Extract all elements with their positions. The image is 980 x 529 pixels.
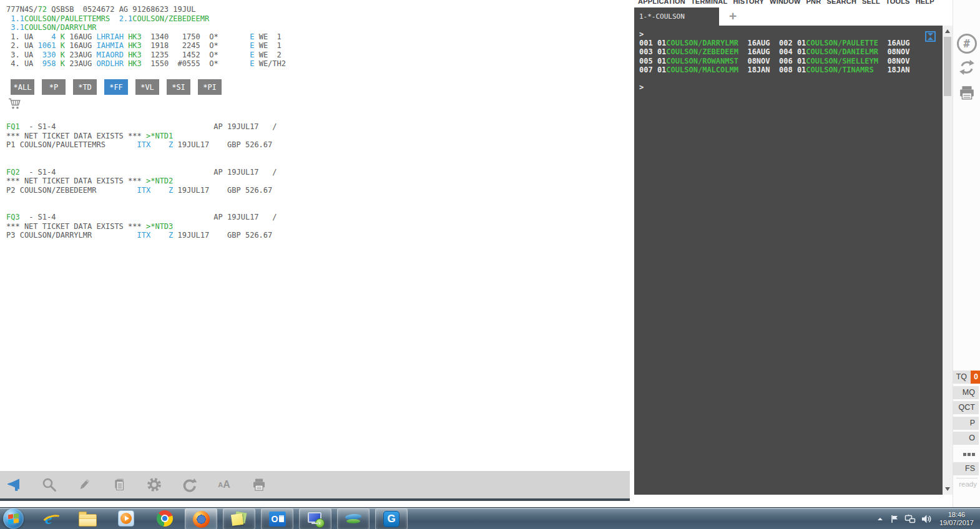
format-button-row: *ALL *P *TD *FF *VL *SI *PI xyxy=(11,79,222,95)
smartpoint-icon xyxy=(345,514,362,525)
menu-item-history[interactable]: HISTORY xyxy=(733,0,764,5)
taskbar-outlook-window[interactable]: O xyxy=(261,508,293,529)
remote-desktop-icon: x xyxy=(306,511,325,528)
taskbar-internet-explorer-icon[interactable]: e xyxy=(36,508,61,528)
menu-item-help[interactable]: HELP xyxy=(916,0,934,5)
format-button-all[interactable]: *ALL xyxy=(11,79,34,95)
volume-icon[interactable] xyxy=(921,514,932,524)
font-size-icon[interactable]: AA xyxy=(216,477,232,493)
queue-button-qct[interactable]: QCT xyxy=(953,401,979,414)
terminal-screen[interactable]: >001 01COULSON/DARRYLMR 16AUG 002 01COUL… xyxy=(634,26,943,495)
scrollbar-up-arrow[interactable] xyxy=(945,29,950,33)
windows-logo-icon xyxy=(3,508,24,529)
hidden-icons-chevron-icon[interactable] xyxy=(876,515,884,523)
scrollbar-thumb[interactable] xyxy=(944,37,951,96)
terminal-tab-coulson[interactable]: 1-*-COULSON xyxy=(634,7,719,26)
firefox-icon xyxy=(193,511,210,528)
taskbar-smartpoint-window[interactable] xyxy=(337,508,370,529)
menu-item-tools[interactable]: TOOLS xyxy=(886,0,910,5)
menu-item-terminal[interactable]: TERMINAL xyxy=(691,0,727,5)
pnr-display: 777N4S/72 QSBSB 0524672 AG 91268623 19JU… xyxy=(6,5,286,69)
search-icon[interactable] xyxy=(41,477,57,493)
terminal-tab-bar: 1-*-COULSON + xyxy=(634,7,943,26)
fare-quote-display: FQ1 - S1-4 AP 19JUL17 /*** NET TICKET DA… xyxy=(6,122,277,240)
menu-item-sell[interactable]: SELL xyxy=(862,0,880,5)
format-button-p[interactable]: *P xyxy=(42,79,66,95)
edit-pencil-icon[interactable] xyxy=(76,477,92,493)
menu-item-application[interactable]: APPLICATION xyxy=(638,0,685,5)
queue-button-o[interactable]: O xyxy=(953,432,979,445)
smartpoint-desktop: 777N4S/72 QSBSB 0524672 AG 91268623 19JU… xyxy=(0,0,980,529)
divider xyxy=(956,478,978,478)
viewer-toolbar: AA xyxy=(0,471,630,498)
format-button-ff[interactable]: *FF xyxy=(104,79,128,95)
queue-button-fs[interactable]: FS xyxy=(953,462,979,475)
new-tab-button[interactable]: + xyxy=(725,8,740,24)
taskbar-firefox-window[interactable] xyxy=(185,508,217,529)
shopping-cart-icon[interactable] xyxy=(8,97,22,110)
busy-hourglass-icon xyxy=(925,31,936,42)
format-button-si[interactable]: *SI xyxy=(167,79,190,95)
terminal-menu-bar: APPLICATION TERMINAL HISTORY WINDOW PNR … xyxy=(638,0,975,7)
sync-arrows-icon[interactable] xyxy=(958,59,976,77)
pnr-viewer-pane: 777N4S/72 QSBSB 0524672 AG 91268623 19JU… xyxy=(0,0,630,501)
taskbar-galileo-window[interactable]: G xyxy=(375,508,408,529)
galileo-icon: G xyxy=(383,511,399,527)
start-button[interactable] xyxy=(1,508,25,528)
menu-item-search[interactable]: SEARCH xyxy=(826,0,856,5)
menu-item-window[interactable]: WINDOW xyxy=(770,0,800,5)
network-icon[interactable] xyxy=(904,514,916,524)
system-tray: 18:46 19/07/2017 xyxy=(876,508,979,529)
windows-taskbar: e O x G xyxy=(0,507,980,529)
refresh-icon[interactable] xyxy=(181,477,197,493)
taskbar-media-player-icon[interactable] xyxy=(114,508,139,528)
print-icon[interactable] xyxy=(251,477,267,493)
tools-sidebar: # TQ 0 MQ QCT P O FS ready xyxy=(953,0,980,507)
taskbar-clock[interactable]: 18:46 19/07/2017 xyxy=(939,511,974,527)
menu-item-pnr[interactable]: PNR xyxy=(806,0,821,5)
queue-button-p[interactable]: P xyxy=(953,417,979,430)
clock-date: 19/07/2017 xyxy=(939,519,974,527)
sidebar-print-icon[interactable] xyxy=(959,85,975,103)
terminal-scrollbar[interactable] xyxy=(943,26,953,495)
settings-gear-icon[interactable] xyxy=(146,477,162,493)
copy-documents-icon[interactable] xyxy=(111,477,127,493)
ellipsis-icon[interactable] xyxy=(963,453,975,456)
tq-count-badge: 0 xyxy=(971,371,980,384)
taskbar-chrome-icon[interactable] xyxy=(152,508,177,528)
scrollbar-down-arrow[interactable] xyxy=(945,487,950,491)
clock-time: 18:46 xyxy=(939,511,974,519)
hash-circle-icon[interactable]: # xyxy=(957,34,977,54)
sticky-notes-icon xyxy=(231,511,247,527)
queue-button-tq[interactable]: TQ xyxy=(953,371,971,384)
queue-button-mq[interactable]: MQ xyxy=(953,386,979,399)
format-button-vl[interactable]: *VL xyxy=(135,79,159,95)
format-button-pi[interactable]: *PI xyxy=(198,79,222,95)
announce-megaphone-icon[interactable] xyxy=(6,477,22,493)
taskbar-remote-desktop-window[interactable]: x xyxy=(299,508,331,529)
outlook-icon: O xyxy=(269,512,286,527)
format-button-td[interactable]: *TD xyxy=(73,79,97,95)
status-ready: ready xyxy=(959,480,977,488)
taskbar-sticky-notes-window[interactable] xyxy=(223,508,255,529)
taskbar-windows-explorer-icon[interactable] xyxy=(75,508,100,528)
action-center-flag-icon[interactable] xyxy=(889,514,899,524)
